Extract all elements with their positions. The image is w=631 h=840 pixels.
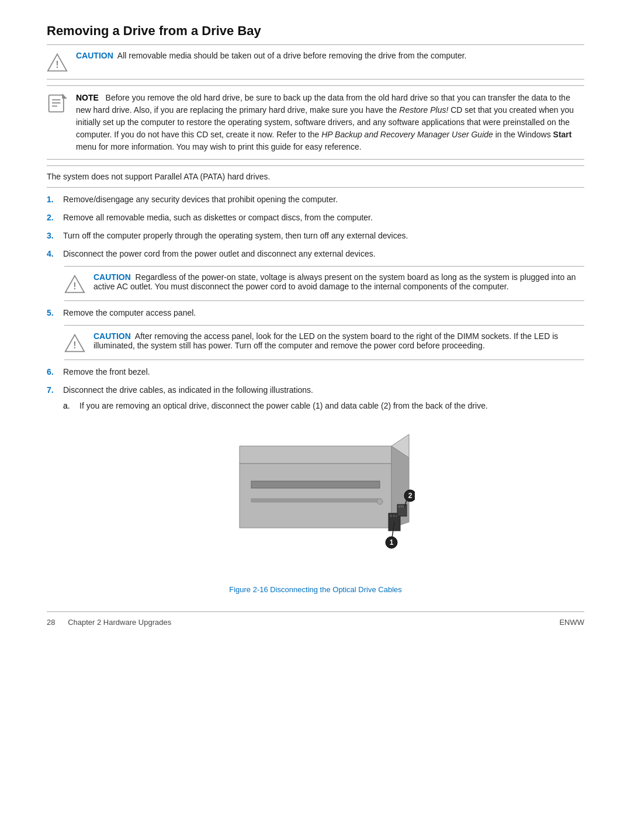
step-7: 7. Disconnect the drive cables, as indic… — [47, 384, 584, 417]
caution-label-2: CAUTION — [93, 272, 131, 282]
note-label-1: NOTE — [76, 93, 99, 102]
note-text-1: NOTE Before you remove the old hard driv… — [76, 92, 584, 153]
svg-text:1: 1 — [390, 538, 394, 547]
svg-rect-15 — [251, 499, 380, 502]
caution-text-1: CAUTION All removable media should be ta… — [76, 51, 466, 60]
step-6: 6. Remove the front bezel. — [47, 366, 584, 378]
svg-rect-11 — [240, 464, 391, 528]
step-1: 1. Remove/disengage any security devices… — [47, 193, 584, 206]
svg-text:!: ! — [73, 281, 76, 291]
svg-point-16 — [377, 499, 383, 504]
svg-rect-22 — [398, 506, 400, 507]
caution-icon-1: ! — [47, 52, 68, 73]
footer-page-chapter: 28 Chapter 2 Hardware Upgrades — [47, 618, 171, 627]
note-icon-1 — [47, 93, 68, 114]
caution-icon-3: ! — [64, 333, 85, 354]
note-block-1: NOTE Before you remove the old hard driv… — [47, 85, 584, 160]
caution-label-1: CAUTION — [76, 51, 113, 60]
svg-rect-19 — [393, 514, 395, 517]
steps-list-5: 5. Remove the computer access panel. — [47, 307, 584, 319]
step-5: 5. Remove the computer access panel. — [47, 307, 584, 319]
steps-list-67: 6. Remove the front bezel. 7. Disconnect… — [47, 366, 584, 417]
optical-drive-illustration: 1 2 — [216, 428, 415, 580]
svg-text:2: 2 — [408, 492, 412, 500]
steps-list: 1. Remove/disengage any security devices… — [47, 193, 584, 260]
caution-block-2: ! CAUTION Regardless of the power-on sta… — [64, 266, 584, 301]
step-3: 3. Turn off the computer properly throug… — [47, 230, 584, 242]
svg-rect-18 — [390, 514, 392, 517]
svg-text:!: ! — [56, 59, 58, 70]
svg-rect-23 — [401, 506, 403, 507]
footer-right: ENWW — [559, 618, 584, 627]
caution-block-3: ! CAUTION After removing the access pane… — [64, 325, 584, 360]
caution-text-2: CAUTION Regardless of the power-on state… — [93, 272, 584, 291]
footer-bar: 28 Chapter 2 Hardware Upgrades ENWW — [47, 611, 584, 627]
caution-block-1: ! CAUTION All removable media should be … — [47, 44, 584, 79]
substep-a: a. If you are removing an optical drive,… — [63, 400, 488, 412]
page-title: Removing a Drive from a Drive Bay — [47, 23, 584, 39]
figure-caption: Figure 2-16 Disconnecting the Optical Dr… — [229, 585, 402, 594]
caution-icon-2: ! — [64, 274, 85, 295]
caution-label-3: CAUTION — [93, 331, 131, 341]
figure-container: 1 2 Figure 2-16 Disconnecting the Optica… — [47, 428, 584, 594]
svg-rect-14 — [251, 481, 380, 488]
step-4: 4. Disconnect the power cord from the po… — [47, 248, 584, 260]
step-2: 2. Remove all removable media, such as d… — [47, 212, 584, 224]
svg-text:!: ! — [73, 340, 76, 350]
caution-text-3: CAUTION After removing the access panel,… — [93, 331, 584, 350]
standalone-text: The system does not support Parallel ATA… — [47, 165, 584, 188]
sub-steps-list: a. If you are removing an optical drive,… — [63, 400, 488, 412]
svg-marker-10 — [240, 446, 391, 464]
